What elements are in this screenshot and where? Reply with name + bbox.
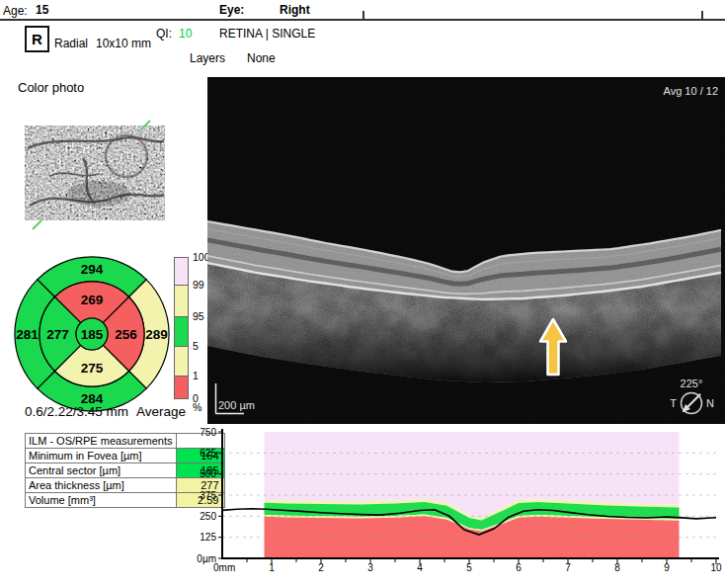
color-photo-image	[20, 117, 170, 231]
scale-tick-label: 1	[193, 370, 199, 381]
thickness-profile-chart: 0µm1252503755006257500mm12345678910	[194, 426, 725, 586]
scan-size-label: 10x10 mm	[96, 37, 151, 50]
scan-mode-label: RETINA | SINGLE	[219, 27, 315, 41]
x-tick-label: 10	[710, 562, 722, 573]
measurement-label: Area thickness [µm]	[26, 478, 177, 493]
eye-value: Right	[280, 3, 310, 17]
quality-index-label: QI:	[156, 27, 172, 41]
eye-label: Eye:	[219, 3, 244, 17]
etdrs-thickness-map: 294289284281269256275277185	[8, 251, 178, 417]
compass-nasal-label: N	[706, 397, 714, 409]
scale-segment	[174, 257, 189, 286]
y-tick-label: 375	[200, 490, 216, 501]
average-title: 0.6/2.22/3.45 mmAverage	[25, 404, 194, 419]
x-tick-label: 8	[614, 562, 620, 573]
color-photo-title: Color photo	[18, 80, 84, 95]
etdrs-value-center-center: 185	[81, 327, 104, 342]
oct-bscan-image: 200 µm Avg 10 / 12 225° T N	[207, 77, 725, 424]
etdrs-value-inner-left: 277	[46, 327, 69, 342]
scale-unit-label: %	[193, 401, 201, 413]
header-divider	[0, 19, 725, 21]
etdrs-value-inner-right: 256	[115, 327, 137, 342]
scale-segment	[174, 285, 189, 317]
scale-segment	[174, 316, 189, 347]
x-tick-label: 7	[565, 562, 571, 573]
average-label: Average	[136, 404, 186, 419]
age-value: 15	[36, 3, 48, 17]
y-tick-label: 500	[200, 468, 216, 479]
quality-index-value: 10	[179, 27, 192, 41]
layers-value: None	[247, 51, 276, 65]
measurement-label: Minimum in Fovea [µm]	[26, 449, 177, 463]
x-tick-label: 9	[664, 562, 670, 573]
table-header-cell: ILM - OS/RPE measurements	[26, 434, 177, 449]
header-divider-tick	[701, 11, 703, 19]
measurement-label: Volume [mm³]	[26, 493, 177, 508]
etdrs-value-outer-right: 289	[145, 327, 168, 342]
scale-segment	[174, 376, 189, 399]
averaging-label: Avg 10 / 12	[664, 85, 718, 97]
y-tick-label: 250	[200, 511, 216, 522]
scan-angle-label: 225°	[681, 378, 703, 389]
average-range: 0.6/2.22/3.45 mm	[25, 404, 128, 419]
x-tick-label: 1	[269, 562, 275, 573]
etdrs-value-outer-top: 294	[81, 262, 104, 277]
x-tick-label: 0mm	[213, 562, 235, 573]
compass-temporal-label: T	[670, 397, 677, 409]
header-divider-tick	[362, 11, 364, 19]
x-tick-label: 2	[318, 562, 324, 573]
x-tick-label: 5	[466, 562, 472, 573]
etdrs-value-inner-top: 269	[81, 293, 104, 307]
etdrs-value-outer-left: 281	[16, 327, 39, 342]
scale-bar-label: 200 µm	[218, 399, 255, 411]
y-tick-label: 625	[200, 448, 216, 459]
scan-type-label: Radial	[54, 37, 88, 50]
layers-label: Layers	[190, 51, 225, 65]
y-tick-label: 750	[200, 427, 216, 438]
x-tick-label: 4	[417, 562, 423, 573]
scale-segment	[174, 346, 189, 377]
etdrs-value-inner-bottom: 275	[81, 361, 104, 376]
scale-tick-label: 95	[193, 310, 204, 322]
age-label: Age:	[3, 4, 28, 18]
laterality-badge: R	[25, 26, 49, 52]
y-tick-label: 125	[200, 532, 216, 543]
fundus-lesion-shade	[67, 181, 130, 207]
scale-tick-label: 99	[193, 279, 204, 291]
measurement-label: Central sector [µm]	[26, 463, 177, 478]
x-tick-label: 6	[516, 562, 522, 573]
scale-tick-label: 5	[193, 340, 199, 352]
x-tick-label: 3	[367, 562, 373, 573]
